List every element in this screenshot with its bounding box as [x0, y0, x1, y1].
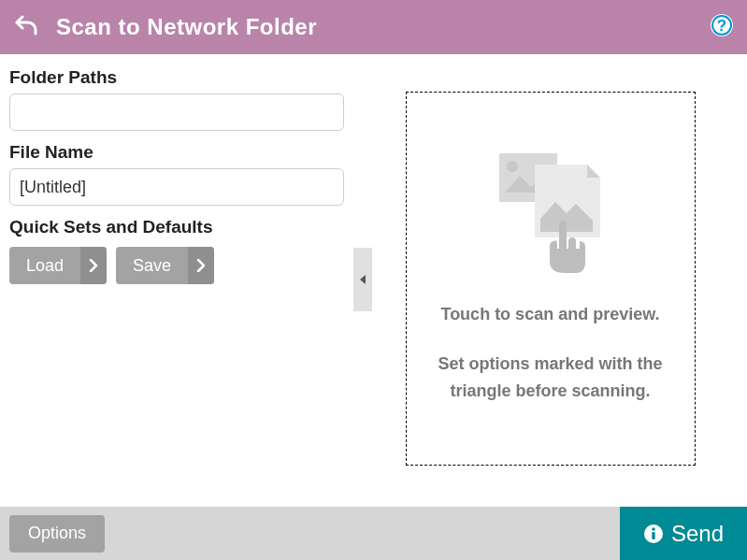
file-name-input[interactable] [9, 168, 344, 206]
save-button[interactable]: Save [116, 247, 214, 284]
collapse-panel-handle[interactable] [353, 248, 372, 311]
header-bar: Scan to Network Folder ? [0, 0, 747, 54]
right-panel: Touch to scan and preview. Set options m… [353, 54, 747, 560]
left-panel: Folder Paths File Name Quick Sets and De… [0, 54, 353, 560]
info-icon [643, 524, 664, 544]
help-icon[interactable]: ? [710, 13, 734, 41]
quicksets-label: Quick Sets and Defaults [9, 217, 344, 237]
file-name-label: File Name [9, 142, 344, 163]
page-title: Scan to Network Folder [56, 14, 317, 40]
svg-point-4 [507, 161, 518, 172]
options-button[interactable]: Options [9, 515, 105, 553]
left-spacer [0, 294, 353, 513]
svg-text:?: ? [717, 17, 726, 35]
footer-bar: Options Send [0, 507, 747, 560]
back-icon[interactable] [13, 14, 39, 40]
folder-paths-input[interactable] [9, 93, 344, 131]
send-button-label: Send [671, 521, 724, 547]
chevron-right-icon [80, 247, 107, 284]
body: Folder Paths File Name Quick Sets and De… [0, 54, 747, 560]
preview-area[interactable]: Touch to scan and preview. Set options m… [406, 92, 696, 466]
svg-point-7 [652, 527, 655, 531]
form-area: Folder Paths File Name Quick Sets and De… [0, 54, 353, 294]
chevron-right-icon [188, 247, 214, 284]
preview-text-2: Set options marked with the triangle bef… [407, 351, 695, 405]
preview-placeholder-icon [499, 153, 602, 279]
svg-rect-8 [652, 532, 654, 539]
send-button[interactable]: Send [620, 507, 747, 560]
load-button[interactable]: Load [9, 247, 107, 284]
quickset-row: Load Save [9, 247, 344, 284]
preview-text-1: Touch to scan and preview. [440, 305, 659, 324]
load-button-label: Load [9, 247, 80, 284]
folder-paths-label: Folder Paths [9, 67, 344, 88]
save-button-label: Save [116, 247, 188, 284]
arrow-left-icon [357, 274, 368, 285]
